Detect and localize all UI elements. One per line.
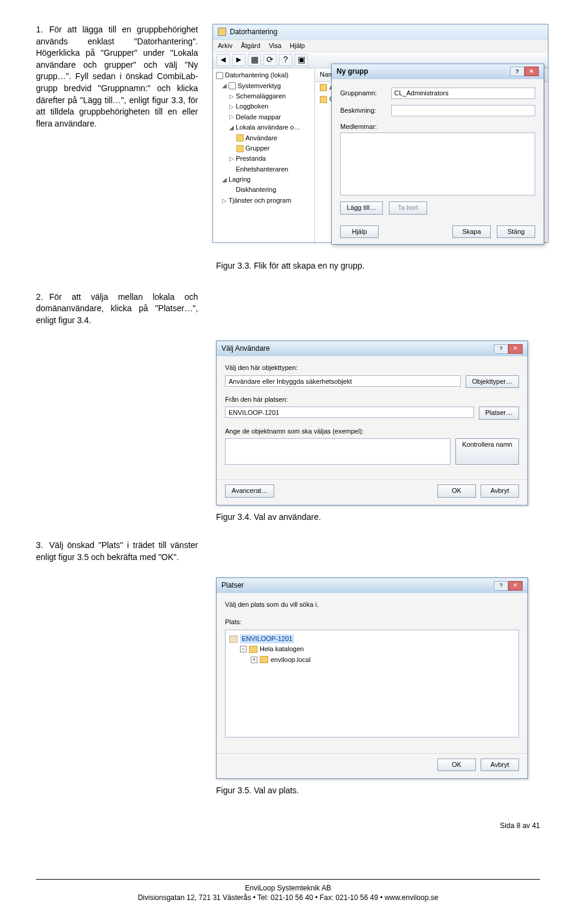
from-location-field: ENVILOOP-1201 (225, 407, 474, 418)
locations-dialog: Platser ? ✕ Välj den plats som du vill s… (216, 577, 528, 779)
help-button[interactable]: Hjälp (340, 225, 379, 238)
dialog-title: Ny grupp (337, 67, 368, 77)
footer-company: EnviLoop Systemteknik AB (36, 883, 540, 893)
description-label: Beskrivning: (340, 106, 385, 115)
tree-loggboken[interactable]: Loggboken (236, 102, 268, 111)
toolbar-folder-icon[interactable]: ▦ (248, 54, 261, 66)
add-button[interactable]: Lägg till… (340, 201, 383, 214)
toolbar-help-icon[interactable]: ? (279, 54, 292, 66)
expand-icon[interactable]: ◢ (222, 82, 227, 90)
tree-tjanster[interactable]: Tjänster och program (229, 196, 292, 205)
menu-bar: Arkiv Åtgärd Visa Hjälp (213, 40, 548, 52)
close-button[interactable]: ✕ (508, 344, 523, 354)
tree-node-1[interactable]: ENVILOOP-1201 (240, 634, 294, 643)
step-3-num: 3. (36, 540, 49, 552)
object-types-button[interactable]: Objekttyper… (466, 375, 519, 388)
expand-icon[interactable]: ▷ (229, 92, 234, 101)
figure-3-4-caption: Figur 3.4. Val av användare. (216, 511, 540, 523)
close-button[interactable]: Stäng (497, 225, 535, 238)
object-type-label: Välj den här objekttypen: (225, 363, 519, 372)
expand-icon[interactable]: ▷ (229, 155, 234, 163)
step-3-body: Välj önskad "Plats" i trädet till vänste… (36, 540, 198, 562)
ok-button[interactable]: OK (437, 759, 476, 771)
check-names-button[interactable]: Kontrollera namn (455, 438, 519, 465)
ok-button[interactable]: OK (437, 484, 476, 497)
expand-icon[interactable]: ▷ (229, 113, 234, 121)
tree-root[interactable]: Datorhantering (lokal) (225, 71, 289, 80)
dialog-title: Platser (221, 580, 244, 591)
menu-hjalp[interactable]: Hjälp (290, 41, 305, 50)
page-number: Sida 8 av 41 (36, 821, 540, 831)
tree-lagring[interactable]: Lagring (229, 175, 251, 184)
menu-visa[interactable]: Visa (269, 41, 281, 50)
menu-atgard[interactable]: Åtgärd (241, 41, 260, 50)
tree-node-3[interactable]: enviloop.local (271, 655, 311, 664)
folder-icon (249, 646, 257, 653)
tree-prestanda[interactable]: Prestanda (236, 154, 266, 163)
step-1-text: 1.För att lägga till en gruppbehörighet … (36, 24, 198, 246)
tree-nav[interactable]: Datorhantering (lokal) ◢Systemverktyg ▷S… (213, 68, 315, 242)
collapse-icon[interactable]: − (240, 646, 247, 652)
plats-label: Plats: (225, 618, 519, 627)
expand-icon[interactable]: ◢ (229, 124, 234, 132)
step-1-body: För att lägga till en gruppbehörighet an… (36, 25, 198, 128)
toolbar-refresh-icon[interactable]: ⟳ (263, 54, 277, 66)
tree-lokala[interactable]: Lokala användare o… (236, 123, 301, 132)
expand-icon[interactable] (229, 186, 234, 194)
groupname-label: Gruppnamn: (340, 89, 385, 98)
toolbar-fwd-icon[interactable]: ► (232, 54, 245, 66)
figure-3-3: Datorhantering Arkiv Åtgärd Visa Hjälp ◄… (212, 24, 548, 246)
tree-disk[interactable]: Diskhantering (236, 185, 276, 194)
footer-address: Divisionsgatan 12, 721 31 Västerås • Tel… (36, 893, 540, 903)
tree-systemverktyg[interactable]: Systemverktyg (238, 82, 281, 91)
page-footer: EnviLoop Systemteknik AB Divisionsgatan … (36, 879, 540, 904)
members-label: Medlemmar: (340, 122, 535, 131)
cancel-button[interactable]: Avbryt (481, 484, 519, 497)
description-input[interactable] (391, 105, 535, 116)
expand-icon[interactable]: ◢ (222, 176, 227, 184)
locations-prompt: Välj den plats som du vill söka i. (225, 600, 519, 609)
help-button[interactable]: ? (494, 581, 508, 591)
figure-3-3-caption: Figur 3.3. Flik för att skapa en ny grup… (216, 260, 540, 272)
tree-enhet[interactable]: Enhetshanteraren (236, 165, 288, 174)
object-type-field: Användare eller Inbyggda säkerhetsobjekt (225, 375, 461, 387)
close-button[interactable]: ✕ (524, 67, 539, 76)
step-1-num: 1. (36, 24, 49, 36)
help-button[interactable]: ? (494, 344, 508, 354)
app-icon (218, 28, 226, 36)
members-listbox[interactable] (340, 133, 535, 195)
tree-grupper[interactable]: Grupper (245, 144, 269, 153)
expand-icon[interactable]: ▷ (229, 103, 234, 111)
folder-icon (260, 656, 268, 663)
toolbar-action-icon[interactable]: ▣ (295, 54, 308, 66)
expand-icon[interactable] (229, 165, 234, 173)
tree-schemalaggaren[interactable]: Schemaläggaren (236, 92, 286, 101)
help-button[interactable]: ? (510, 67, 524, 76)
tree-delade[interactable]: Delade mappar (236, 113, 281, 122)
tree-node-2[interactable]: Hela katalogen (260, 645, 304, 654)
advanced-button[interactable]: Avancerat… (225, 484, 274, 497)
folder-icon (320, 96, 327, 103)
tree-root-icon (216, 72, 223, 79)
create-button[interactable]: Skapa (452, 225, 491, 238)
tree-icon (229, 82, 236, 89)
tree-anvandare[interactable]: Användare (245, 134, 277, 143)
expand-icon[interactable]: + (251, 657, 257, 663)
step-2-body: För att välja mellan lokala och domänanv… (36, 292, 198, 325)
remove-button: Ta bort (389, 201, 427, 214)
locations-button[interactable]: Platser… (479, 407, 519, 419)
menu-arkiv[interactable]: Arkiv (218, 41, 232, 50)
folder-icon (236, 134, 244, 142)
groupname-input[interactable]: CL_Administrators (391, 88, 535, 99)
window-title: Datorhantering (230, 27, 277, 37)
dialog-title: Välj Användare (221, 344, 270, 354)
close-button[interactable]: ✕ (508, 581, 523, 591)
step-2-num: 2. (36, 291, 49, 303)
step-2-text: 2.För att välja mellan lokala och domäna… (36, 291, 198, 327)
objectnames-textarea[interactable] (225, 438, 451, 465)
toolbar-back-icon[interactable]: ◄ (217, 54, 230, 66)
cancel-button[interactable]: Avbryt (481, 759, 519, 771)
window-titlebar: Datorhantering (213, 25, 548, 40)
locations-tree[interactable]: ENVILOOP-1201 −Hela katalogen +enviloop.… (225, 630, 519, 738)
expand-icon[interactable]: ▷ (222, 197, 227, 205)
